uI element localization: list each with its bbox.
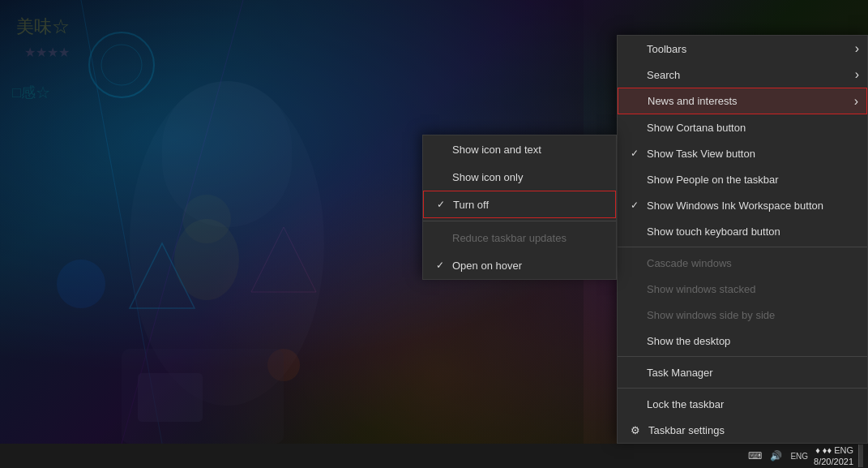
separator-2 bbox=[618, 356, 867, 357]
gear-icon: ⚙ bbox=[631, 424, 644, 436]
context-menu-main: Toolbars Search News and interests Show … bbox=[617, 35, 868, 444]
svg-text:★★★★: ★★★★ bbox=[24, 45, 70, 59]
menu-item-news-interests[interactable]: News and interests bbox=[618, 88, 867, 114]
taskbar-system-icons: ⌨ 🔊 ENG bbox=[746, 449, 810, 463]
separator-1 bbox=[618, 247, 867, 247]
separator-3 bbox=[618, 388, 867, 389]
menu-item-show-people[interactable]: Show People on the taskbar bbox=[618, 166, 867, 192]
submenu-item-reduce-updates[interactable]: Reduce taskbar updates bbox=[423, 224, 616, 251]
language-icon[interactable]: ENG bbox=[788, 450, 810, 462]
menu-item-cascade-windows[interactable]: Cascade windows bbox=[618, 250, 867, 276]
menu-item-show-cortana[interactable]: Show Cortana button bbox=[618, 114, 867, 140]
menu-item-show-side-by-side[interactable]: Show windows side by side bbox=[618, 302, 867, 328]
svg-rect-6 bbox=[162, 81, 292, 227]
submenu-item-open-on-hover[interactable]: ✓ Open on hover bbox=[423, 251, 616, 279]
svg-point-7 bbox=[57, 260, 105, 308]
menu-item-show-desktop[interactable]: Show the desktop bbox=[618, 328, 867, 354]
menu-item-show-touch-keyboard[interactable]: Show touch keyboard button bbox=[618, 218, 867, 244]
svg-text:□感☆: □感☆ bbox=[12, 84, 50, 101]
menu-item-lock-taskbar[interactable]: Lock the taskbar bbox=[618, 391, 867, 417]
volume-icon[interactable]: 🔊 bbox=[768, 449, 785, 463]
check-turn-off: ✓ bbox=[437, 199, 450, 210]
submenu-item-show-icon-only[interactable]: Show icon only bbox=[423, 163, 616, 191]
menu-item-show-ink[interactable]: ✓ Show Windows Ink Workspace button bbox=[618, 192, 867, 218]
taskbar-time: ♦ ♦♦ ENG bbox=[814, 444, 853, 456]
check-show-icon-text bbox=[436, 144, 449, 155]
submenu-separator-1 bbox=[423, 221, 616, 221]
submenu-news-interests: Show icon and text Show icon only ✓ Turn… bbox=[422, 135, 617, 280]
svg-rect-15 bbox=[138, 373, 203, 422]
check-open-on-hover: ✓ bbox=[436, 260, 449, 271]
submenu-item-show-icon-text[interactable]: Show icon and text bbox=[423, 135, 616, 163]
taskbar: ⌨ 🔊 ENG ♦ ♦♦ ENG 8/20/2021 bbox=[0, 444, 868, 468]
check-show-icon-only bbox=[436, 171, 449, 182]
svg-point-13 bbox=[182, 195, 231, 243]
submenu-item-turn-off[interactable]: ✓ Turn off bbox=[423, 191, 616, 218]
taskbar-datetime[interactable]: ♦ ♦♦ ENG 8/20/2021 bbox=[814, 444, 853, 467]
menu-item-search[interactable]: Search bbox=[618, 62, 867, 88]
check-reduce-updates bbox=[436, 232, 449, 243]
show-desktop-button[interactable] bbox=[858, 444, 863, 467]
menu-item-taskbar-settings[interactable]: ⚙ Taskbar settings bbox=[618, 417, 867, 443]
svg-text:美味☆: 美味☆ bbox=[16, 16, 70, 36]
taskbar-date: 8/20/2021 bbox=[814, 456, 853, 467]
menu-item-task-manager[interactable]: Task Manager bbox=[618, 359, 867, 385]
menu-item-show-stacked[interactable]: Show windows stacked bbox=[618, 276, 867, 302]
menu-item-toolbars[interactable]: Toolbars bbox=[618, 36, 867, 62]
menu-item-show-task-view[interactable]: ✓ Show Task View button bbox=[618, 140, 867, 166]
network-icon[interactable]: ⌨ bbox=[746, 449, 764, 463]
